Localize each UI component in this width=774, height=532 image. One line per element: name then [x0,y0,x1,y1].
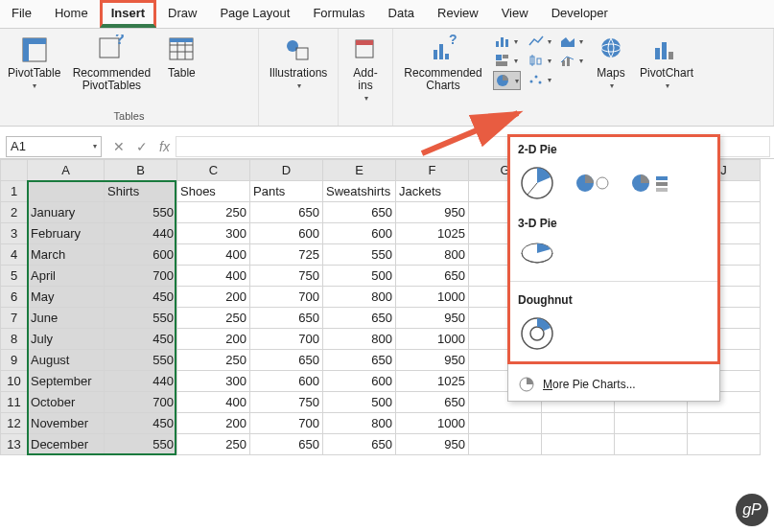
cell[interactable]: 650 [323,350,396,371]
cell[interactable]: 250 [177,350,250,371]
col-header[interactable]: D [250,160,323,181]
cell[interactable]: 800 [323,329,396,350]
cell[interactable]: July [28,329,105,350]
cell[interactable]: 950 [396,202,469,223]
row-header[interactable]: 3 [1,223,28,244]
cell[interactable]: 650 [250,308,323,329]
tab-page-layout[interactable]: Page Layout [208,0,301,28]
col-header[interactable]: A [28,160,105,181]
cell[interactable]: June [28,308,105,329]
cell[interactable]: January [28,202,105,223]
fx-button[interactable]: fx [153,139,176,154]
cell[interactable]: 500 [323,392,396,413]
cell[interactable]: May [28,287,105,308]
tab-developer[interactable]: Developer [540,0,620,28]
cell[interactable]: 200 [177,329,250,350]
tab-home[interactable]: Home [43,0,100,28]
cell[interactable]: 725 [250,244,323,266]
cell[interactable]: 650 [323,308,396,329]
pie-exploded-option[interactable] [574,169,612,200]
tab-file[interactable]: File [0,0,43,28]
row-header[interactable]: 12 [1,413,28,434]
cell[interactable]: 700 [250,413,323,434]
cell[interactable] [28,181,105,202]
cell[interactable]: 550 [105,202,177,223]
cell[interactable]: 400 [177,244,250,266]
cell[interactable]: Jackets [396,181,469,202]
table-button[interactable]: Table [160,33,202,81]
cell[interactable]: 800 [323,413,396,434]
name-box[interactable]: A1 ▾ [6,136,102,157]
cell[interactable]: 650 [323,434,396,455]
cell[interactable]: Shoes [177,181,250,202]
cell[interactable]: 600 [250,371,323,392]
statistic-chart-button[interactable]: ▾ [527,52,552,69]
cell[interactable]: 450 [105,413,177,434]
row-header[interactable]: 2 [1,202,28,223]
cell[interactable]: 950 [396,350,469,371]
recommended-pivottables-button[interactable]: ? Recommended PivotTables [68,33,154,94]
pivotchart-button[interactable]: PivotChart ▾ [638,33,695,92]
cell[interactable]: 1000 [396,329,469,350]
cell[interactable]: 440 [105,371,177,392]
row-header[interactable]: 11 [1,392,28,413]
maps-button[interactable]: Maps ▾ [590,33,632,92]
row-header[interactable]: 9 [1,350,28,371]
column-chart-button[interactable]: ▾ [493,33,521,50]
cell[interactable]: 700 [105,266,177,287]
row-header[interactable]: 5 [1,266,28,287]
cell[interactable]: 300 [177,371,250,392]
pivottable-button[interactable]: PivotTable ▾ [6,33,62,92]
cell[interactable]: 400 [177,266,250,287]
cell[interactable]: 400 [177,392,250,413]
tab-formulas[interactable]: Formulas [301,0,376,28]
cell[interactable]: 250 [177,308,250,329]
cell[interactable]: 550 [323,244,396,266]
cell[interactable]: September [28,371,105,392]
area-chart-button[interactable]: ▾ [558,33,584,50]
recommended-charts-button[interactable]: ? Recommended Charts [399,33,487,94]
cell[interactable]: 650 [250,350,323,371]
cell[interactable]: 250 [177,434,250,455]
cell[interactable]: 700 [105,392,177,413]
cell[interactable]: August [28,350,105,371]
cell[interactable]: 1000 [396,287,469,308]
cell[interactable]: November [28,413,105,434]
cell[interactable]: 200 [177,287,250,308]
pie-2d-option[interactable] [518,164,556,205]
doughnut-option[interactable] [518,314,556,356]
tab-draw[interactable]: Draw [156,0,208,28]
row-header[interactable]: 13 [1,434,28,455]
cell[interactable]: 650 [396,266,469,287]
cell[interactable]: 550 [105,308,177,329]
cell[interactable]: Pants [250,181,323,202]
cell[interactable]: 600 [250,223,323,244]
enter-icon[interactable]: ✓ [130,139,153,154]
illustrations-button[interactable]: Illustrations ▾ [265,33,332,92]
cell[interactable]: March [28,244,105,266]
row-header[interactable]: 4 [1,244,28,266]
row-header[interactable]: 7 [1,308,28,329]
line-chart-button[interactable]: ▾ [527,33,552,50]
cell[interactable]: 950 [396,434,469,455]
cell[interactable]: 300 [177,223,250,244]
row-header[interactable]: 1 [1,181,28,202]
more-pie-charts[interactable]: More Pie Charts... [508,368,719,401]
cell[interactable]: April [28,266,105,287]
cell[interactable]: 650 [396,392,469,413]
tab-data[interactable]: Data [377,0,426,28]
cell[interactable]: 1025 [396,223,469,244]
cell[interactable]: 700 [250,329,323,350]
cell[interactable]: 450 [105,287,177,308]
cell[interactable]: 800 [396,244,469,266]
cell[interactable]: 950 [396,308,469,329]
cell[interactable]: 250 [177,202,250,223]
cell[interactable]: 650 [250,202,323,223]
cell[interactable]: February [28,223,105,244]
cell[interactable]: October [28,392,105,413]
cell[interactable]: 500 [323,266,396,287]
pie-chart-button[interactable]: ▾ [493,71,521,90]
cell[interactable]: 650 [323,202,396,223]
cell[interactable]: 750 [250,266,323,287]
cell[interactable]: 200 [177,413,250,434]
